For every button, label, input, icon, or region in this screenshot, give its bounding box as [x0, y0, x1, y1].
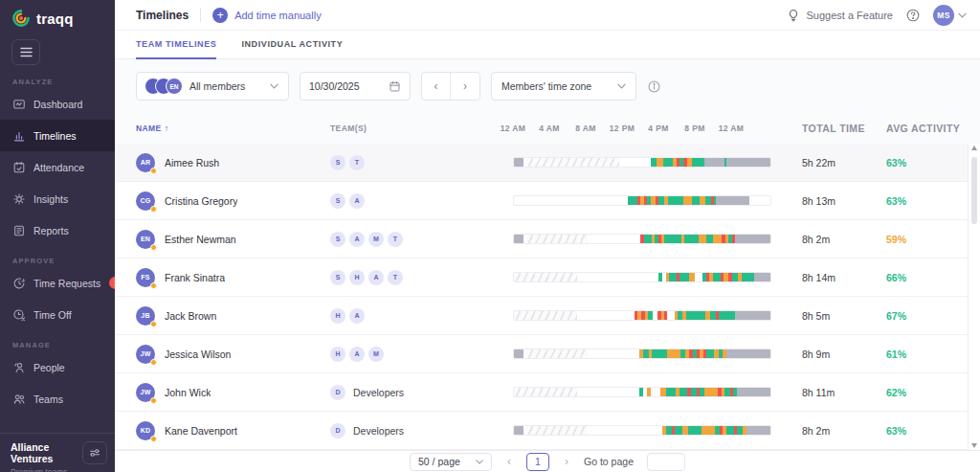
go-to-page-input[interactable] [647, 453, 685, 471]
timelines-icon [12, 129, 26, 143]
timeline-bar[interactable] [513, 387, 771, 397]
team-badge[interactable]: M [368, 232, 384, 247]
people-icon [12, 361, 26, 374]
timeline-segment-gray [716, 196, 749, 205]
status-dot [150, 321, 157, 327]
team-badge[interactable]: S [330, 193, 345, 209]
pagination-bar: 50 / page ‹ 1 › Go to page [115, 450, 980, 472]
user-menu[interactable]: MS [933, 5, 967, 26]
column-header-teams[interactable]: TEAM(S) [308, 124, 492, 133]
timeline-segment-g [664, 235, 681, 243]
timeline-bar[interactable] [513, 272, 771, 282]
member-name[interactable]: Aimee Rush [165, 157, 219, 169]
sidebar-item-people[interactable]: People [0, 351, 115, 383]
app-logo[interactable]: traqq [0, 0, 115, 32]
team-badge[interactable]: H [349, 270, 365, 285]
timeline-bar[interactable] [513, 195, 771, 206]
timeline-bar[interactable] [513, 310, 771, 321]
scroll-up-icon[interactable] [971, 146, 977, 150]
add-time-button[interactable]: + Add time manually [212, 8, 322, 23]
table-row[interactable]: JWJohn WickDDevelopers8h 11m62% [115, 373, 980, 412]
timeline-segment-g [666, 388, 676, 396]
member-name[interactable]: Kane Davenport [165, 425, 237, 437]
hamburger-menu-button[interactable] [11, 39, 40, 65]
team-badge[interactable]: D [330, 423, 345, 438]
column-header-avg-activity[interactable]: AVG ACTIVITY [880, 123, 980, 134]
timeline-segment-g [675, 426, 682, 435]
prev-day-button[interactable]: ‹ [422, 73, 451, 100]
timeline-bar[interactable] [513, 157, 771, 168]
go-to-page-label: Go to page [584, 456, 634, 467]
member-name[interactable]: Jack Brown [165, 310, 216, 322]
table-row[interactable]: CGCristina GregorySA8h 13m63% [115, 182, 980, 220]
current-page-input[interactable]: 1 [526, 453, 549, 471]
team-badge[interactable]: T [388, 270, 403, 285]
table-row[interactable]: FSFrank SinatraSHAT8h 14m66% [115, 258, 980, 297]
scroll-down-icon[interactable] [971, 443, 977, 448]
timeline-segment-o [699, 235, 706, 243]
timeline-bar[interactable] [513, 234, 771, 244]
team-badge[interactable]: A [349, 193, 365, 209]
time-tick-label: 8 PM [684, 124, 704, 133]
table-row[interactable]: KDKane DavenportDDevelopers8h 2m63% [115, 412, 980, 450]
next-day-button[interactable]: › [451, 73, 479, 100]
team-badge[interactable]: A [349, 308, 365, 324]
suggest-feature-button[interactable]: Suggest a Feature [787, 9, 893, 22]
column-header-total-time[interactable]: TOTAL TIME [787, 123, 880, 134]
sidebar-item-time-requests[interactable]: Time Requests120 [0, 267, 115, 299]
scrollbar-thumb[interactable] [971, 157, 977, 224]
team-badge[interactable]: H [330, 308, 345, 324]
table-row[interactable]: ARAimee RushST5h 22m63% [115, 144, 980, 182]
member-name[interactable]: Cristina Gregory [165, 195, 237, 207]
tab-individual-activity[interactable]: INDIVIDUAL ACTIVITY [241, 31, 343, 59]
sidebar-item-reports[interactable]: Reports [0, 214, 115, 246]
sort-ascending-icon[interactable]: ↑ [165, 124, 169, 133]
member-avatar: KD [136, 421, 155, 440]
info-icon[interactable] [647, 79, 661, 94]
member-name[interactable]: Jessica Wilson [165, 348, 231, 360]
time-off-icon [12, 308, 26, 322]
next-page-button[interactable]: › [563, 455, 570, 468]
sidebar-item-teams[interactable]: Teams [0, 383, 115, 415]
table-row[interactable]: ENEsther NewmanSAMT8h 2m59% [115, 220, 980, 258]
team-badge[interactable]: S [330, 155, 345, 170]
prev-page-button[interactable]: ‹ [505, 455, 513, 468]
table-scrollbar[interactable] [968, 144, 980, 450]
team-badge[interactable]: A [349, 347, 365, 362]
workspace-settings-button[interactable] [82, 441, 107, 464]
table-row[interactable]: JBJack BrownHA8h 5m67% [115, 297, 980, 335]
table-row[interactable]: JWJessica WilsonHAM8h 9m61% [115, 335, 980, 373]
member-name[interactable]: John Wick [165, 387, 211, 398]
sidebar-item-label: People [33, 362, 65, 373]
sidebar-item-timelines[interactable]: Timelines [0, 120, 115, 151]
timezone-select[interactable]: Members' time zone [491, 72, 636, 101]
team-badge[interactable]: H [330, 347, 345, 362]
date-picker[interactable]: 10/30/2025 [300, 72, 411, 101]
timeline-bar[interactable] [513, 425, 771, 436]
team-badge[interactable]: M [368, 347, 384, 362]
team-badge[interactable]: T [349, 155, 365, 170]
team-badge[interactable]: A [349, 232, 365, 247]
team-name: Developers [353, 425, 404, 437]
sidebar-item-insights[interactable]: Insights [0, 183, 115, 214]
team-badge[interactable]: T [388, 232, 403, 247]
total-time: 8h 5m [787, 310, 880, 322]
column-header-name[interactable]: NAME [136, 124, 162, 133]
help-button[interactable] [905, 8, 921, 23]
timeline-segment-g [719, 311, 735, 320]
sidebar-item-attendance[interactable]: Attendance [0, 151, 115, 183]
sidebar-item-dashboard[interactable]: Dashboard [0, 88, 115, 120]
team-badge[interactable]: S [330, 232, 345, 247]
sidebar-item-time-off[interactable]: Time Off [0, 299, 115, 330]
members-filter-select[interactable]: EN All members [136, 72, 289, 101]
team-badge[interactable]: D [330, 385, 345, 400]
add-time-label: Add time manually [234, 10, 322, 21]
page-size-select[interactable]: 50 / page [410, 453, 492, 471]
timeline-segment-gray [514, 235, 523, 243]
timeline-bar[interactable] [513, 348, 771, 359]
team-badge[interactable]: S [330, 270, 345, 285]
member-name[interactable]: Esther Newman [165, 234, 236, 245]
team-badge[interactable]: A [368, 270, 384, 285]
member-name[interactable]: Frank Sinatra [165, 272, 225, 283]
tab-team-timelines[interactable]: TEAM TIMELINES [136, 31, 216, 59]
